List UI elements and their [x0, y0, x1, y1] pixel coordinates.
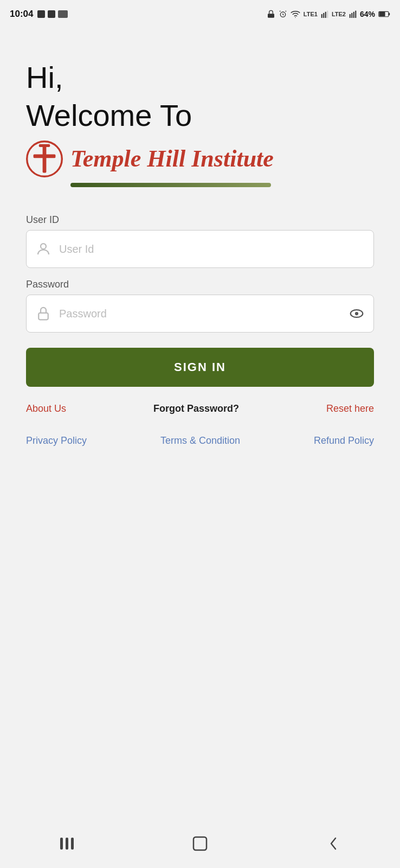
back-icon: [327, 835, 340, 852]
status-bar-right: LTE1 LTE2 64%: [267, 10, 390, 18]
userid-field-group: User ID: [26, 214, 374, 268]
svg-rect-6: [327, 11, 328, 18]
forgot-password-link[interactable]: Forgot Password?: [153, 403, 239, 414]
signal1-icon: [321, 10, 328, 18]
signal2-icon: [349, 10, 357, 18]
battery-level: 64%: [360, 10, 375, 18]
refund-policy-link[interactable]: Refund Policy: [314, 435, 374, 446]
greeting-welcome: Welcome To: [26, 99, 374, 132]
app-icon-3: [58, 10, 68, 18]
about-us-link[interactable]: About Us: [26, 403, 66, 414]
lock-field-icon: [35, 305, 51, 322]
svg-rect-7: [350, 14, 351, 18]
svg-rect-15: [43, 145, 47, 173]
svg-rect-19: [38, 313, 48, 320]
links-row-2: Privacy Policy Terms & Condition Refund …: [26, 431, 374, 451]
terms-condition-link[interactable]: Terms & Condition: [160, 435, 240, 446]
greeting-hi: Hi,: [26, 61, 374, 94]
status-icons: [37, 10, 68, 18]
password-input-wrapper: [26, 295, 374, 333]
password-input[interactable]: [59, 308, 341, 320]
main-content: Hi, Welcome To Temple Hill Institute Use…: [0, 28, 400, 825]
logo-underline: [70, 183, 271, 187]
userid-label: User ID: [26, 214, 374, 226]
svg-rect-16: [34, 155, 56, 158]
logo-area: Temple Hill Institute: [26, 141, 374, 187]
battery-icon: [378, 11, 390, 17]
svg-point-21: [355, 312, 358, 315]
links-row-1: About Us Forgot Password? Reset here: [26, 398, 374, 420]
form-section: User ID Password: [26, 214, 374, 451]
lock-icon: [267, 10, 275, 18]
status-time: 10:04: [10, 9, 33, 20]
svg-rect-4: [323, 13, 324, 18]
svg-rect-12: [389, 13, 390, 16]
back-button[interactable]: [317, 827, 350, 860]
svg-point-18: [41, 244, 46, 249]
password-field-group: Password: [26, 279, 374, 333]
userid-input[interactable]: [59, 243, 365, 256]
privacy-policy-link[interactable]: Privacy Policy: [26, 435, 87, 446]
lte2-label: LTE2: [332, 11, 346, 17]
logo-text: Temple Hill Institute: [70, 147, 274, 171]
svg-rect-3: [321, 14, 322, 18]
bottom-nav: [0, 825, 400, 868]
logo-row: Temple Hill Institute: [26, 141, 374, 177]
svg-rect-10: [355, 11, 356, 18]
status-bar-left: 10:04: [10, 9, 68, 20]
recent-apps-button[interactable]: [50, 827, 83, 860]
status-bar: 10:04 LTE1 LTE2 64%: [0, 0, 400, 28]
userid-input-wrapper: [26, 230, 374, 268]
eye-icon[interactable]: [349, 305, 365, 322]
svg-rect-17: [39, 144, 50, 147]
logo-icon: [26, 141, 63, 177]
wifi-icon: [291, 10, 300, 18]
svg-rect-8: [351, 13, 352, 18]
home-icon: [191, 835, 209, 852]
password-label: Password: [26, 279, 374, 290]
app-icon-2: [48, 10, 55, 18]
svg-rect-9: [353, 12, 354, 18]
alarm-icon: [279, 10, 287, 18]
home-button[interactable]: [184, 827, 216, 860]
lte1-label: LTE1: [304, 11, 318, 17]
svg-rect-22: [193, 837, 207, 850]
nav-lines-icon: [60, 838, 74, 850]
reset-here-link[interactable]: Reset here: [326, 403, 374, 414]
svg-point-2: [295, 17, 296, 18]
svg-rect-5: [325, 12, 326, 18]
svg-rect-13: [379, 12, 385, 16]
user-icon: [35, 241, 51, 257]
app-icon-1: [37, 10, 45, 18]
signin-button[interactable]: SIGN IN: [26, 348, 374, 387]
svg-rect-0: [268, 14, 274, 17]
